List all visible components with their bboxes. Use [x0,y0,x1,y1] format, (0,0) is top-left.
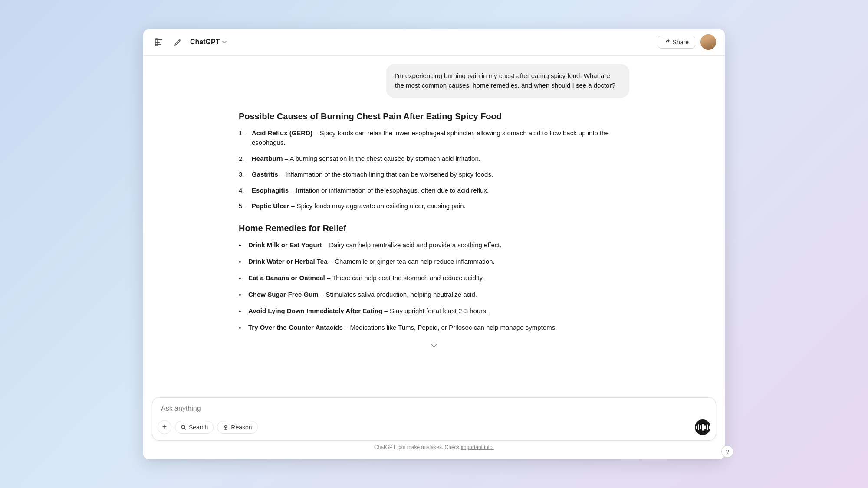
list-item: Chew Sugar-Free Gum – Stimulates saliva … [239,290,629,300]
add-icon: + [162,422,167,432]
list-item: Drink Milk or Eat Yogurt – Dairy can hel… [239,240,629,251]
list-item: Eat a Banana or Oatmeal – These can help… [239,273,629,284]
titlebar-right: Share [658,34,716,50]
reason-button[interactable]: Reason [217,421,257,434]
new-chat-button[interactable] [171,35,185,49]
help-label: ? [726,449,729,455]
svg-point-4 [181,425,185,429]
causes-list: 1. Acid Reflux (GERD) – Spicy foods can … [239,128,629,211]
app-title-text: ChatGPT [190,38,220,46]
list-item: 1. Acid Reflux (GERD) – Spicy foods can … [239,128,629,148]
chat-input[interactable] [152,398,716,416]
important-info-link[interactable]: important info. [461,444,494,450]
reason-label: Reason [231,424,252,431]
svg-rect-2 [155,44,161,45]
user-message: I'm experiencing burning pain in my ches… [386,64,629,98]
avatar-image [700,34,716,50]
list-item: 5. Peptic Ulcer – Spicy foods may aggrav… [239,201,629,211]
titlebar: ChatGPT Share [143,29,725,56]
search-button[interactable]: Search [175,421,214,434]
footer-note: ChatGPT can make mistakes. Check importa… [152,444,716,450]
input-toolbar: + Search Reason [152,416,716,440]
causes-section-title: Possible Causes of Burning Chest Pain Af… [239,111,629,121]
waveform-icon [696,424,710,431]
help-button[interactable]: ? [721,445,733,458]
remedies-section-title: Home Remedies for Relief [239,223,629,233]
app-window: ChatGPT Share I'm experiencing burning p… [143,29,725,459]
app-title[interactable]: ChatGPT [190,38,227,46]
list-item: 4. Esophagitis – Irritation or inflammat… [239,186,629,196]
titlebar-left: ChatGPT [152,35,227,49]
svg-rect-0 [155,39,162,40]
list-item: Try Over-the-Counter Antacids – Medicati… [239,323,629,333]
share-label: Share [673,39,689,46]
list-item: Drink Water or Herbal Tea – Chamomile or… [239,257,629,267]
add-attachment-button[interactable]: + [158,420,171,434]
list-item: 3. Gastritis – Inflammation of the stoma… [239,170,629,180]
search-label: Search [189,424,208,431]
remedies-list: Drink Milk or Eat Yogurt – Dairy can hel… [239,240,629,333]
scroll-down-indicator [239,340,629,349]
search-icon [181,424,187,430]
user-avatar[interactable] [700,34,716,50]
share-button[interactable]: Share [658,36,695,49]
list-item: Avoid Lying Down Immediately After Eatin… [239,306,629,317]
sidebar-toggle-button[interactable] [152,35,166,49]
main-content: I'm experiencing burning pain in my ches… [143,56,725,390]
send-button[interactable] [695,419,710,435]
response-content: Possible Causes of Burning Chest Pain Af… [239,111,629,349]
input-box: + Search Reason [152,397,716,441]
list-item: 2. Heartburn – A burning sensation in th… [239,154,629,164]
user-message-container: I'm experiencing burning pain in my ches… [239,64,629,98]
reason-icon [223,424,229,430]
input-area: + Search Reason [143,390,725,459]
